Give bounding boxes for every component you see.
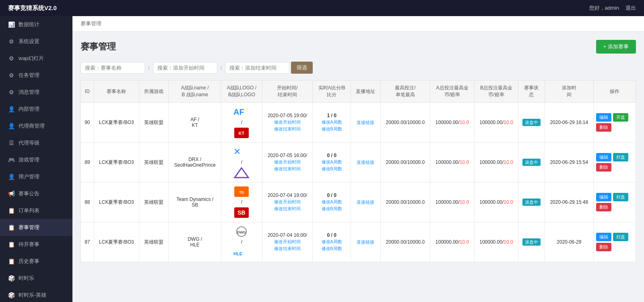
live-link[interactable]: 直接链接 (357, 240, 374, 244)
cell-bmax: 100000.00/10.0 (474, 222, 518, 262)
modify-a-score[interactable]: 修改A局数 (322, 239, 342, 245)
svg-text:SB: SB (238, 209, 246, 216)
task-icon: ⚙ (8, 72, 14, 79)
modify-end-link[interactable]: 修改结束时间 (274, 246, 301, 252)
logo-sep: / (241, 120, 242, 125)
status-badge: 滚盘中 (522, 199, 541, 206)
logout-link[interactable]: 退出 (625, 4, 636, 12)
cell-maxbet: 20000.00/10000.0 (380, 103, 430, 143)
live-link[interactable]: 直接链接 (357, 160, 374, 165)
cell-amax: 100000.00/10.0 (430, 143, 474, 182)
sep1: / (147, 65, 151, 71)
modify-start-link[interactable]: 修改开始时间 (274, 159, 301, 165)
modify-a-score[interactable]: 修改A局数 (322, 199, 342, 205)
sidebar-label-ssl-hero: 时时乐-英雄 (19, 292, 46, 299)
logo-sep: / (241, 199, 242, 205)
modify-b-score[interactable]: 修改B局数 (322, 206, 342, 212)
modify-start-link[interactable]: 修改开始时间 (274, 199, 301, 205)
settings-icon: ⚙ (8, 38, 14, 45)
sidebar-item-msg[interactable]: ⚙ 消息管理 (0, 84, 72, 101)
svg-text:KT: KT (239, 131, 245, 136)
cell-addtime: 2020-06-29 (545, 222, 594, 262)
search-start-input[interactable] (153, 62, 217, 74)
table-row: 89 LCK夏季赛/BO3 英雄联盟 DRX /SeolHaeOnePrince… (81, 143, 636, 182)
sidebar-item-order[interactable]: 📋 订单列表 (0, 202, 72, 219)
logo-b: HLE (233, 246, 250, 259)
modify-start-link[interactable]: 修改开始时间 (274, 119, 301, 125)
modify-a-score[interactable]: 修改A局数 (322, 119, 342, 125)
page-content: 赛事管理 + 添加赛事 / / 筛选 ID 赛事名称 所属游戏 (72, 32, 644, 302)
add-match-button[interactable]: + 添加赛事 (596, 40, 636, 54)
logo-a: TD (233, 186, 250, 198)
svg-marker-4 (235, 168, 248, 178)
modify-b-score[interactable]: 修改B局数 (322, 166, 342, 172)
sidebar-item-pending[interactable]: 📋 待开赛事 (0, 236, 72, 253)
app-title: 赛事竞猜系统V2.0 (8, 4, 57, 12)
greeting: 您好，admin (589, 4, 619, 12)
sidebar-item-settings[interactable]: ⚙ 系统设置 (0, 33, 72, 50)
delete-button[interactable]: 删除 (596, 163, 611, 172)
sidebar-label-order: 订单列表 (19, 207, 39, 214)
table-row: 88 LCK夏季赛/BO3 英雄联盟 Team Dynamics /SB TD … (81, 182, 636, 222)
th-bmax: B总投注最高金币/赔率 (474, 81, 518, 103)
sidebar-item-announce[interactable]: 📢 赛事公告 (0, 185, 72, 202)
edit-button[interactable]: 编辑 (596, 153, 611, 161)
modify-b-score[interactable]: 修改B局数 (322, 126, 342, 132)
search-end-input[interactable] (225, 62, 289, 74)
th-live: 直播地址 (351, 81, 380, 103)
pending-icon: 📋 (8, 241, 14, 248)
sidebar-item-history[interactable]: 📋 历史赛事 (0, 253, 72, 270)
sidebar-item-stats[interactable]: 📊 数据统计 (0, 16, 72, 33)
sidebar-item-ssl-hero[interactable]: 🎲 时时乐-英雄 (0, 287, 72, 302)
delete-button[interactable]: 删除 (596, 203, 611, 211)
agent-level-icon: ☰ (8, 140, 14, 146)
th-amax: A总投注最高金币/赔率 (430, 81, 474, 103)
cell-score: 0 / 0 修改A局数 修改B局数 (313, 182, 351, 222)
sidebar-item-agent-level[interactable]: ☰ 代理等级 (0, 134, 72, 151)
sidebar-label-settings: 系统设置 (19, 38, 39, 45)
cell-bmax: 100000.00/10.0 (474, 103, 518, 143)
modify-end-link[interactable]: 修改结束时间 (274, 206, 301, 212)
start-time: 2020-07-04 19:00/ (268, 192, 307, 198)
filter-button[interactable]: 筛选 (291, 62, 313, 74)
edit-button[interactable]: 编辑 (596, 193, 611, 201)
sidebar-item-agent[interactable]: 👤 代理商管理 (0, 118, 72, 134)
sidebar-item-task[interactable]: ⚙ 任务管理 (0, 67, 72, 84)
toggle-button[interactable]: 封盘 (613, 193, 628, 201)
toggle-button[interactable]: 封盘 (613, 233, 628, 241)
delete-button[interactable]: 删除 (596, 123, 611, 132)
modify-a-score[interactable]: 修改A局数 (322, 159, 342, 165)
sidebar-item-wap[interactable]: ⚙ wap幻灯片 (0, 50, 72, 67)
cell-name: LCK夏季赛/BO3 (94, 222, 139, 262)
toggle-button[interactable]: 开盘 (613, 113, 628, 122)
match-icon: 📋 (8, 224, 14, 231)
score-value: 0 / 0 (327, 153, 336, 158)
delete-button[interactable]: 删除 (596, 243, 611, 251)
edit-button[interactable]: 编辑 (596, 113, 611, 122)
sidebar-label-history: 历史赛事 (19, 258, 39, 265)
edit-button[interactable]: 编辑 (596, 233, 611, 241)
th-addtime: 添加时间 (545, 81, 594, 103)
cell-score: 1 / 0 修改A局数 修改B局数 (313, 103, 351, 143)
sidebar-label-task: 任务管理 (19, 72, 39, 79)
cell-action: 编辑 封盘 删除 (594, 222, 636, 262)
live-link[interactable]: 直接链接 (357, 200, 374, 205)
sidebar-item-inner[interactable]: 👤 内部管理 (0, 101, 72, 118)
modify-end-link[interactable]: 修改结束时间 (274, 126, 301, 132)
sidebar-item-ssl[interactable]: 🎲 时时乐 (0, 270, 72, 287)
th-status: 赛事状态 (518, 81, 545, 103)
sidebar-item-game[interactable]: 🎮 游戏管理 (0, 151, 72, 168)
sidebar-item-user[interactable]: 👤 用户管理 (0, 168, 72, 185)
cell-game: 英雄联盟 (139, 222, 169, 262)
search-name-input[interactable] (80, 62, 145, 74)
action-row: 编辑 封盘 (596, 193, 628, 201)
sidebar-item-match[interactable]: 📋 赛事管理 (0, 219, 72, 236)
modify-start-link[interactable]: 修改开始时间 (274, 239, 301, 245)
modify-b-score[interactable]: 修改B局数 (322, 246, 342, 252)
cell-live: 直接链接 (351, 182, 380, 222)
score-value: 0 / 0 (327, 232, 336, 238)
cell-amax: 100000.00/10.0 (430, 222, 474, 262)
live-link[interactable]: 直接链接 (357, 120, 374, 125)
modify-end-link[interactable]: 修改结束时间 (274, 166, 301, 172)
toggle-button[interactable]: 封盘 (613, 153, 628, 161)
